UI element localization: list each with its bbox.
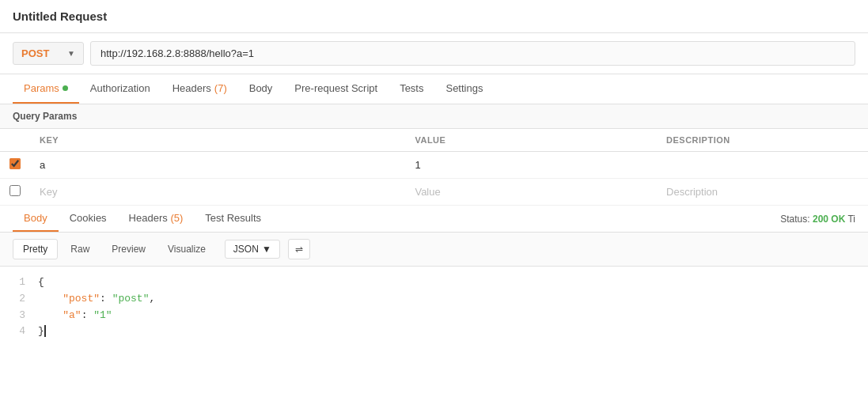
- table-row-placeholder: Key Value Description: [0, 179, 868, 206]
- placeholder-key[interactable]: Key: [30, 179, 405, 206]
- table-row: a 1: [0, 152, 868, 179]
- format-visualize-button[interactable]: Visualize: [158, 240, 215, 259]
- code-line-3: 3 "a": "1": [13, 308, 855, 324]
- code-content-2: "post": "post",: [38, 291, 155, 308]
- response-tabs: Body Cookies Headers (5) Test Results: [13, 206, 272, 232]
- url-input[interactable]: [90, 41, 855, 66]
- response-tabs-bar: Body Cookies Headers (5) Test Results St…: [0, 206, 868, 233]
- response-tab-headers[interactable]: Headers (5): [118, 206, 195, 232]
- page-title: Untitled Request: [0, 0, 868, 33]
- tab-params-label: Params: [24, 82, 59, 94]
- tab-tests[interactable]: Tests: [389, 74, 434, 104]
- placeholder-description[interactable]: Description: [657, 179, 868, 206]
- tab-headers[interactable]: Headers (7): [161, 74, 238, 104]
- code-area: 1 { 2 "post": "post", 3 "a": "1" 4 }: [0, 267, 868, 348]
- status-extra: Ti: [847, 214, 855, 225]
- response-tab-body-label: Body: [24, 212, 47, 224]
- col-key-header: KEY: [30, 129, 405, 152]
- response-tab-cookies-label: Cookies: [70, 212, 107, 224]
- method-arrow-icon: ▼: [67, 49, 75, 58]
- params-table: KEY VALUE DESCRIPTION a 1 Key Value Desc…: [0, 129, 868, 206]
- tab-tests-label: Tests: [400, 82, 423, 94]
- wrap-icon: ⇌: [295, 244, 303, 255]
- status-label: Status:: [780, 214, 813, 225]
- response-tab-headers-label: Headers: [129, 212, 168, 224]
- format-preview-button[interactable]: Preview: [102, 240, 155, 259]
- col-desc-header: DESCRIPTION: [657, 129, 868, 152]
- code-line-4: 4 }: [13, 324, 855, 340]
- code-line-1: 1 {: [13, 274, 855, 291]
- response-tab-body[interactable]: Body: [13, 206, 59, 232]
- col-value-header: VALUE: [405, 129, 657, 152]
- tab-body-label: Body: [249, 82, 273, 94]
- wrap-button[interactable]: ⇌: [288, 239, 310, 259]
- row-description[interactable]: [657, 152, 868, 179]
- tab-pre-request[interactable]: Pre-request Script: [283, 74, 389, 104]
- row-checkbox[interactable]: [9, 158, 21, 169]
- response-tab-cookies[interactable]: Cookies: [59, 206, 118, 232]
- json-format-selector[interactable]: JSON ▼: [225, 240, 280, 259]
- tab-settings-label: Settings: [445, 82, 483, 94]
- row-checkbox-cell: [0, 152, 30, 179]
- col-checkbox: [0, 129, 30, 152]
- url-bar: POST ▼: [0, 33, 868, 74]
- tab-pre-request-label: Pre-request Script: [294, 82, 377, 94]
- tab-headers-label: Headers: [172, 82, 211, 94]
- code-line-2: 2 "post": "post",: [13, 291, 855, 308]
- line-number-1: 1: [13, 274, 25, 291]
- row-value[interactable]: 1: [405, 152, 657, 179]
- code-content-4: }: [38, 324, 46, 340]
- line-number-4: 4: [13, 324, 25, 340]
- format-pretty-button[interactable]: Pretty: [13, 239, 58, 259]
- row-key[interactable]: a: [30, 152, 405, 179]
- params-dot-icon: [63, 85, 68, 91]
- method-selector[interactable]: POST ▼: [13, 42, 84, 65]
- response-headers-badge: (5): [170, 212, 183, 224]
- line-number-3: 3: [13, 308, 25, 324]
- json-format-arrow-icon: ▼: [262, 244, 271, 255]
- method-label: POST: [21, 47, 49, 59]
- request-tabs-bar: Params Authorization Headers (7) Body Pr…: [0, 74, 868, 104]
- placeholder-checkbox-cell: [0, 179, 30, 206]
- tab-authorization-label: Authorization: [90, 82, 150, 94]
- response-tab-test-results[interactable]: Test Results: [194, 206, 272, 232]
- tab-params[interactable]: Params: [13, 74, 79, 104]
- query-params-header: Query Params: [0, 104, 868, 129]
- response-tab-test-results-label: Test Results: [205, 212, 261, 224]
- code-content-3: "a": "1": [38, 308, 112, 324]
- placeholder-checkbox[interactable]: [9, 185, 21, 196]
- body-toolbar: Pretty Raw Preview Visualize JSON ▼ ⇌: [0, 233, 868, 267]
- status-info: Status: 200 OK Ti: [780, 214, 855, 225]
- tab-body[interactable]: Body: [238, 74, 284, 104]
- tab-authorization[interactable]: Authorization: [79, 74, 161, 104]
- code-content-1: {: [38, 274, 44, 291]
- headers-badge: (7): [214, 82, 227, 94]
- status-value: 200 OK: [813, 214, 845, 225]
- line-number-2: 2: [13, 291, 25, 308]
- format-raw-button[interactable]: Raw: [61, 240, 99, 259]
- tab-settings[interactable]: Settings: [434, 74, 494, 104]
- json-format-label: JSON: [233, 244, 259, 255]
- placeholder-value[interactable]: Value: [405, 179, 657, 206]
